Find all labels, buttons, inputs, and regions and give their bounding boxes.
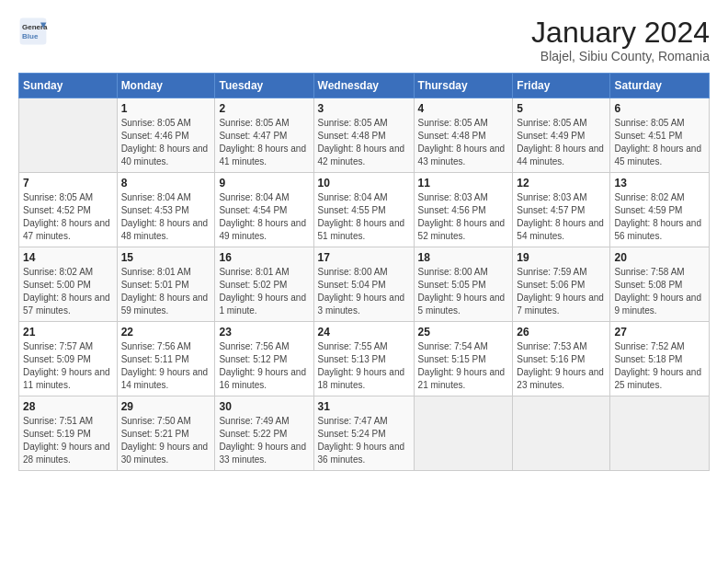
calendar-header-row: Sunday Monday Tuesday Wednesday Thursday…	[19, 74, 710, 98]
day-number: 22	[121, 326, 211, 339]
day-detail: Sunrise: 7:49 AMSunset: 5:22 PMDaylight:…	[219, 416, 306, 465]
subtitle: Blajel, Sibiu County, Romania	[531, 49, 710, 63]
col-thursday: Thursday	[414, 74, 513, 98]
day-number: 9	[219, 177, 309, 190]
day-number: 16	[219, 251, 309, 264]
logo: General Blue	[18, 17, 48, 46]
table-row: 7 Sunrise: 8:05 AMSunset: 4:52 PMDayligh…	[19, 173, 118, 247]
page: General Blue January 2024 Blajel, Sibiu …	[0, 0, 728, 480]
table-row: 26 Sunrise: 7:53 AMSunset: 5:16 PMDaylig…	[513, 322, 610, 396]
day-number: 25	[418, 326, 509, 339]
table-row: 24 Sunrise: 7:55 AMSunset: 5:13 PMDaylig…	[313, 322, 414, 396]
table-row	[513, 396, 610, 471]
table-row: 27 Sunrise: 7:52 AMSunset: 5:18 PMDaylig…	[610, 322, 710, 396]
table-row: 1 Sunrise: 8:05 AMSunset: 4:46 PMDayligh…	[117, 98, 215, 173]
day-number: 8	[121, 177, 211, 190]
col-saturday: Saturday	[610, 74, 710, 98]
calendar-week-row: 1 Sunrise: 8:05 AMSunset: 4:46 PMDayligh…	[19, 98, 710, 173]
table-row: 5 Sunrise: 8:05 AMSunset: 4:49 PMDayligh…	[513, 98, 610, 173]
day-number: 20	[614, 251, 705, 264]
calendar-week-row: 21 Sunrise: 7:57 AMSunset: 5:09 PMDaylig…	[19, 322, 710, 396]
day-detail: Sunrise: 8:03 AMSunset: 4:56 PMDaylight:…	[418, 192, 506, 241]
day-detail: Sunrise: 7:57 AMSunset: 5:09 PMDaylight:…	[23, 341, 110, 390]
day-number: 30	[219, 400, 309, 413]
day-detail: Sunrise: 8:04 AMSunset: 4:55 PMDaylight:…	[318, 192, 405, 241]
day-number: 28	[23, 400, 113, 413]
header: General Blue January 2024 Blajel, Sibiu …	[18, 17, 710, 63]
day-detail: Sunrise: 8:01 AMSunset: 5:02 PMDaylight:…	[219, 267, 306, 316]
day-detail: Sunrise: 8:04 AMSunset: 4:53 PMDaylight:…	[121, 192, 209, 241]
day-detail: Sunrise: 8:04 AMSunset: 4:54 PMDaylight:…	[219, 192, 306, 241]
table-row	[414, 396, 513, 471]
table-row: 17 Sunrise: 8:00 AMSunset: 5:04 PMDaylig…	[313, 247, 414, 322]
day-detail: Sunrise: 8:05 AMSunset: 4:47 PMDaylight:…	[219, 118, 306, 167]
col-tuesday: Tuesday	[215, 74, 313, 98]
day-number: 23	[219, 326, 309, 339]
day-number: 12	[517, 177, 606, 190]
day-number: 4	[418, 102, 509, 115]
table-row: 15 Sunrise: 8:01 AMSunset: 5:01 PMDaylig…	[117, 247, 215, 322]
table-row: 2 Sunrise: 8:05 AMSunset: 4:47 PMDayligh…	[215, 98, 313, 173]
table-row: 20 Sunrise: 7:58 AMSunset: 5:08 PMDaylig…	[610, 247, 710, 322]
table-row: 31 Sunrise: 7:47 AMSunset: 5:24 PMDaylig…	[313, 396, 414, 471]
day-number: 18	[418, 251, 509, 264]
calendar-week-row: 14 Sunrise: 8:02 AMSunset: 5:00 PMDaylig…	[19, 247, 710, 322]
col-sunday: Sunday	[19, 74, 118, 98]
day-number: 19	[517, 251, 606, 264]
table-row: 29 Sunrise: 7:50 AMSunset: 5:21 PMDaylig…	[117, 396, 215, 471]
day-detail: Sunrise: 7:58 AMSunset: 5:08 PMDaylight:…	[614, 267, 701, 316]
day-number: 26	[517, 326, 606, 339]
table-row: 8 Sunrise: 8:04 AMSunset: 4:53 PMDayligh…	[117, 173, 215, 247]
table-row: 11 Sunrise: 8:03 AMSunset: 4:56 PMDaylig…	[414, 173, 513, 247]
day-detail: Sunrise: 7:54 AMSunset: 5:15 PMDaylight:…	[418, 341, 506, 390]
table-row: 23 Sunrise: 7:56 AMSunset: 5:12 PMDaylig…	[215, 322, 313, 396]
calendar-table: Sunday Monday Tuesday Wednesday Thursday…	[18, 73, 710, 471]
day-number: 11	[418, 177, 509, 190]
day-detail: Sunrise: 7:52 AMSunset: 5:18 PMDaylight:…	[614, 341, 701, 390]
table-row: 4 Sunrise: 8:05 AMSunset: 4:48 PMDayligh…	[414, 98, 513, 173]
day-detail: Sunrise: 7:50 AMSunset: 5:21 PMDaylight:…	[121, 416, 209, 465]
table-row: 30 Sunrise: 7:49 AMSunset: 5:22 PMDaylig…	[215, 396, 313, 471]
table-row: 18 Sunrise: 8:00 AMSunset: 5:05 PMDaylig…	[414, 247, 513, 322]
day-detail: Sunrise: 7:47 AMSunset: 5:24 PMDaylight:…	[318, 416, 405, 465]
table-row: 6 Sunrise: 8:05 AMSunset: 4:51 PMDayligh…	[610, 98, 710, 173]
col-wednesday: Wednesday	[313, 74, 414, 98]
table-row: 9 Sunrise: 8:04 AMSunset: 4:54 PMDayligh…	[215, 173, 313, 247]
day-detail: Sunrise: 8:05 AMSunset: 4:48 PMDaylight:…	[418, 118, 506, 167]
day-detail: Sunrise: 8:01 AMSunset: 5:01 PMDaylight:…	[121, 267, 209, 316]
day-detail: Sunrise: 8:05 AMSunset: 4:48 PMDaylight:…	[318, 118, 405, 167]
col-friday: Friday	[513, 74, 610, 98]
day-number: 17	[318, 251, 410, 264]
day-detail: Sunrise: 7:51 AMSunset: 5:19 PMDaylight:…	[23, 416, 110, 465]
calendar-week-row: 28 Sunrise: 7:51 AMSunset: 5:19 PMDaylig…	[19, 396, 710, 471]
calendar-week-row: 7 Sunrise: 8:05 AMSunset: 4:52 PMDayligh…	[19, 173, 710, 247]
table-row	[610, 396, 710, 471]
table-row: 16 Sunrise: 8:01 AMSunset: 5:02 PMDaylig…	[215, 247, 313, 322]
main-title: January 2024	[531, 17, 710, 49]
day-detail: Sunrise: 8:00 AMSunset: 5:05 PMDaylight:…	[418, 267, 506, 316]
day-number: 6	[614, 102, 705, 115]
day-number: 7	[23, 177, 113, 190]
day-detail: Sunrise: 7:56 AMSunset: 5:11 PMDaylight:…	[121, 341, 209, 390]
day-detail: Sunrise: 8:05 AMSunset: 4:49 PMDaylight:…	[517, 118, 604, 167]
table-row: 3 Sunrise: 8:05 AMSunset: 4:48 PMDayligh…	[313, 98, 414, 173]
day-number: 5	[517, 102, 606, 115]
day-detail: Sunrise: 7:56 AMSunset: 5:12 PMDaylight:…	[219, 341, 306, 390]
day-detail: Sunrise: 7:53 AMSunset: 5:16 PMDaylight:…	[517, 341, 604, 390]
title-area: January 2024 Blajel, Sibiu County, Roman…	[531, 17, 710, 63]
day-number: 29	[121, 400, 211, 413]
col-monday: Monday	[117, 74, 215, 98]
day-number: 31	[318, 400, 410, 413]
day-detail: Sunrise: 7:55 AMSunset: 5:13 PMDaylight:…	[318, 341, 405, 390]
table-row: 28 Sunrise: 7:51 AMSunset: 5:19 PMDaylig…	[19, 396, 118, 471]
table-row: 13 Sunrise: 8:02 AMSunset: 4:59 PMDaylig…	[610, 173, 710, 247]
day-detail: Sunrise: 8:03 AMSunset: 4:57 PMDaylight:…	[517, 192, 604, 241]
day-number: 3	[318, 102, 410, 115]
day-detail: Sunrise: 8:05 AMSunset: 4:51 PMDaylight:…	[614, 118, 701, 167]
table-row: 21 Sunrise: 7:57 AMSunset: 5:09 PMDaylig…	[19, 322, 118, 396]
day-number: 24	[318, 326, 410, 339]
table-row: 19 Sunrise: 7:59 AMSunset: 5:06 PMDaylig…	[513, 247, 610, 322]
day-detail: Sunrise: 8:05 AMSunset: 4:46 PMDaylight:…	[121, 118, 209, 167]
day-number: 14	[23, 251, 113, 264]
svg-text:Blue: Blue	[22, 32, 39, 40]
